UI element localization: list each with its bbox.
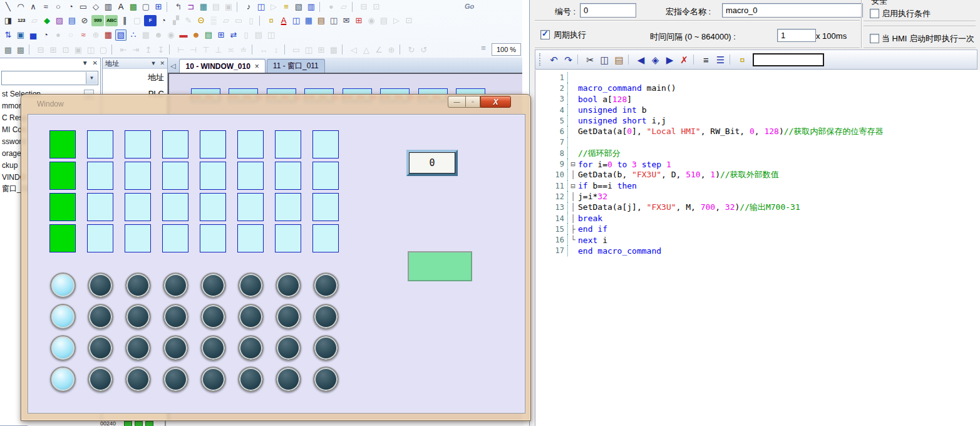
- fold-marker[interactable]: ⊟: [568, 182, 578, 190]
- bit-lamp-round[interactable]: [88, 273, 113, 298]
- operator-icon[interactable]: ☻: [153, 29, 164, 41]
- document-icon[interactable]: ▯: [240, 29, 252, 41]
- bit-lamp-round[interactable]: [276, 335, 301, 361]
- bit-lamp-square[interactable]: [237, 130, 264, 158]
- flip-horizontal-icon[interactable]: ◁: [348, 44, 359, 55]
- fold-marker[interactable]: ⊟: [568, 160, 578, 169]
- size-width-icon[interactable]: ↔: [258, 44, 269, 55]
- gallery-icon[interactable]: ▦: [198, 1, 209, 13]
- bit-lamp-square[interactable]: [49, 224, 76, 252]
- screen-frame-icon[interactable]: ▢: [140, 1, 152, 13]
- draw-rectangle-icon[interactable]: ▭: [78, 1, 89, 13]
- bit-lamp-round[interactable]: [50, 273, 76, 298]
- function-key-icon[interactable]: F: [144, 15, 157, 26]
- numeric-input-icon[interactable]: 999: [91, 15, 104, 26]
- indent-icon[interactable]: ≡: [699, 53, 713, 66]
- recipe-icon[interactable]: ▬: [178, 29, 189, 41]
- bit-lamp-round[interactable]: [50, 304, 76, 330]
- paste-icon[interactable]: ▤: [612, 53, 626, 66]
- security-key-icon[interactable]: ¤: [266, 15, 277, 26]
- schedule-bar-icon[interactable]: ▤: [203, 29, 214, 41]
- printer-2-icon[interactable]: ▤: [378, 15, 389, 26]
- bit-lamp-round[interactable]: [276, 273, 301, 298]
- bit-lamp-round[interactable]: [200, 304, 226, 330]
- ungroup-icon[interactable]: ◫: [303, 44, 314, 55]
- label-tool-icon[interactable]: ▤: [66, 15, 78, 26]
- clipboard-clock-icon[interactable]: ▤: [316, 15, 327, 26]
- bit-lamp-square[interactable]: [162, 130, 188, 158]
- same-width-icon[interactable]: ≍: [225, 44, 237, 55]
- backup-icon[interactable]: ▣: [223, 1, 234, 13]
- redo-icon[interactable]: ↷: [562, 53, 575, 66]
- bit-lamp-round[interactable]: [50, 366, 76, 392]
- bit-lamp-square[interactable]: [312, 224, 339, 252]
- barcode-icon[interactable]: ∥: [119, 15, 130, 26]
- bit-lamp-square[interactable]: [49, 193, 76, 221]
- draw-freehand-icon[interactable]: ≈: [40, 1, 51, 13]
- statistics-icon[interactable]: ▱: [338, 1, 349, 13]
- font-style-icon[interactable]: A: [278, 15, 289, 26]
- exit-door-icon[interactable]: ⊐: [185, 1, 197, 13]
- draw-polygon-icon[interactable]: ◇: [90, 1, 101, 13]
- draw-ellipse-icon[interactable]: ○: [53, 1, 64, 13]
- fit-both-icon[interactable]: ▢: [98, 44, 109, 55]
- bit-lamp-round[interactable]: [200, 366, 226, 392]
- compass-icon[interactable]: ⊕: [90, 29, 101, 41]
- minimize-button[interactable]: —: [448, 96, 466, 108]
- memo-icon[interactable]: ▧: [293, 1, 304, 13]
- bit-lamp-round[interactable]: [276, 304, 301, 330]
- bit-lamp-square[interactable]: [125, 162, 151, 190]
- clear-bookmarks-icon[interactable]: ✗: [678, 53, 691, 66]
- history-table-icon[interactable]: ▦: [103, 29, 114, 41]
- center-vertical-icon[interactable]: ⊟: [35, 44, 46, 55]
- tab-scroll-left-icon[interactable]: ◁: [170, 62, 175, 70]
- same-height-icon[interactable]: ≐: [238, 44, 249, 55]
- window-copy-icon[interactable]: ◫: [328, 15, 339, 26]
- export-icon[interactable]: ▷: [391, 15, 402, 26]
- printer-icon[interactable]: ▤: [210, 1, 222, 13]
- zoom-level-select[interactable]: 100 %: [492, 43, 521, 56]
- picture-icon[interactable]: ▩: [128, 1, 139, 13]
- cut-icon[interactable]: ✂: [584, 53, 597, 66]
- data-transfer-icon[interactable]: ⇄: [228, 29, 239, 41]
- bit-lamp-round[interactable]: [238, 273, 264, 298]
- import-library-icon[interactable]: ↰: [173, 1, 184, 13]
- bit-lamp-square[interactable]: [125, 224, 151, 252]
- clock-icon[interactable]: ◔: [158, 15, 169, 26]
- numeric-display[interactable]: 0: [406, 150, 458, 176]
- bit-lamp-round[interactable]: [313, 335, 339, 361]
- align-left-icon[interactable]: ⇤: [118, 44, 129, 55]
- bit-lamp-square[interactable]: [237, 193, 264, 221]
- distribute-right-icon[interactable]: ⊣: [188, 44, 199, 55]
- prev-bookmark-icon[interactable]: ◀: [634, 53, 647, 66]
- bar-graph-icon[interactable]: ▅: [28, 29, 39, 41]
- bit-lamp-square[interactable]: [125, 193, 151, 221]
- bit-lamp-round[interactable]: [313, 304, 339, 330]
- bit-lamp-round[interactable]: [163, 273, 188, 298]
- spin-updown-icon[interactable]: ⇅: [3, 29, 14, 41]
- go-button[interactable]: Go: [465, 3, 474, 10]
- chevron-down-icon[interactable]: ▼: [86, 72, 97, 84]
- nudge-b-icon[interactable]: ▩: [15, 44, 26, 55]
- bit-lamp-round[interactable]: [125, 273, 151, 298]
- password-protect-icon[interactable]: ¤: [736, 53, 749, 66]
- event-bar-icon[interactable]: ⊞: [215, 29, 227, 41]
- list-view-icon[interactable]: ≡: [478, 43, 488, 55]
- bit-lamp-round[interactable]: [163, 366, 188, 392]
- rect-indicator[interactable]: [408, 251, 472, 281]
- window-object-icon[interactable]: ◫: [291, 15, 302, 26]
- key-switch-icon[interactable]: ⊘: [79, 15, 90, 26]
- align-bottom-icon[interactable]: ↧: [155, 44, 167, 55]
- flow-block-icon[interactable]: ▣: [15, 29, 26, 41]
- calendar-icon[interactable]: ▦: [303, 15, 314, 26]
- bit-lamp-square[interactable]: [275, 130, 301, 158]
- undo-rotate-icon[interactable]: ↺: [418, 44, 430, 55]
- print-preview-icon[interactable]: ▤: [253, 29, 264, 41]
- flip-vertical-icon[interactable]: △: [361, 44, 372, 55]
- panel-close-icon[interactable]: ✕: [93, 60, 98, 66]
- redo-rotate-icon[interactable]: ↻: [406, 44, 417, 55]
- group-icon[interactable]: ▭: [291, 44, 302, 55]
- outdent-icon[interactable]: ☰: [714, 53, 727, 66]
- pin-icon[interactable]: ⊕: [386, 44, 397, 55]
- misc-a-icon[interactable]: ▒: [208, 15, 219, 26]
